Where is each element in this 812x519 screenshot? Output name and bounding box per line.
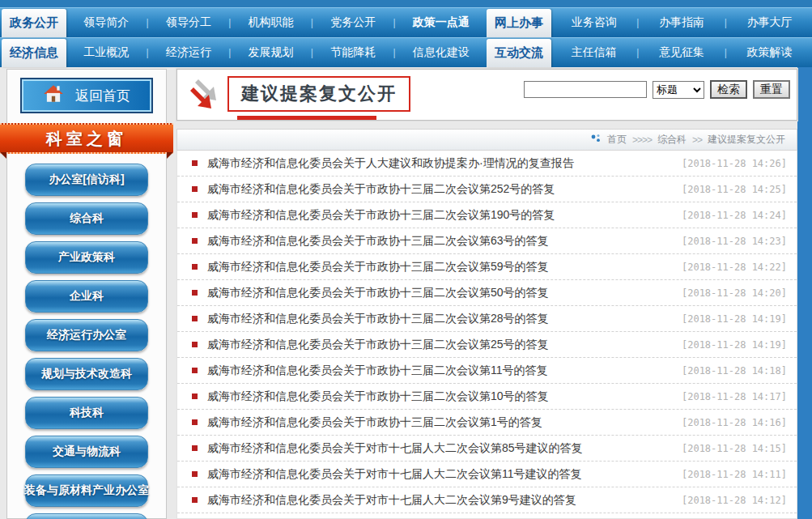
- nav-section-tab[interactable]: 经济信息: [2, 39, 66, 67]
- article-title-link[interactable]: 威海市经济和信息化委员会关于市政协十三届二次会议第190号的答复: [207, 208, 682, 223]
- bullet-icon: [192, 394, 198, 399]
- article-date: [2018-11-28 14:20]: [682, 287, 787, 299]
- nav-menu-item[interactable]: 发展规划: [249, 45, 294, 60]
- bullet-icon: [192, 290, 198, 296]
- bullet-icon: [192, 264, 198, 270]
- sidebar-section-title: 科室之窗: [46, 128, 127, 150]
- article-date: [2018-11-28 14:19]: [682, 313, 787, 325]
- nav-menu-item[interactable]: 节能降耗: [330, 45, 376, 60]
- article-date: [2018-11-28 14:25]: [682, 184, 787, 195]
- nav-menu-item[interactable]: 党务公开: [330, 15, 376, 30]
- nav-menu-item[interactable]: 主任信箱: [572, 45, 617, 60]
- article-date: [2018-11-28 14:26]: [682, 158, 787, 169]
- article-row: 威海市经济和信息化委员会关于市政协十三届二次会议第50号的答复[2018-11-…: [177, 280, 797, 306]
- breadcrumb-item[interactable]: 综合科: [657, 133, 687, 147]
- home-button[interactable]: 返回首页: [20, 78, 153, 113]
- article-date: [2018-11-28 14:19]: [682, 339, 787, 351]
- nav-menu-item[interactable]: 领导简介: [83, 15, 129, 30]
- nav-section-tab[interactable]: 政务公开: [2, 9, 66, 37]
- sidebar-item[interactable]: 规划与技术改造科: [25, 358, 148, 390]
- search-bar: 标题 检索 重置: [524, 80, 790, 99]
- nav-menu-item[interactable]: 政策一点通: [413, 15, 470, 30]
- article-title-link[interactable]: 威海市经济和信息化委员会关于人大建议和政协提案办·理情况的复查报告: [207, 156, 682, 171]
- nav-menu-item[interactable]: 政策解读: [746, 45, 792, 60]
- article-row: 威海市经济和信息化委员会关于市政协十三届二次会议第190号的答复[2018-11…: [177, 202, 797, 228]
- article-title-link[interactable]: 威海市经济和信息化委员会关于对市十七届人大二次会议第85号建议的答复: [207, 441, 682, 456]
- article-date: [2018-11-28 14:15]: [682, 443, 787, 454]
- sidebar-button-list: 办公室[信访科]综合科产业政策科企业科经济运行办公室规划与技术改造科科技科交通与…: [7, 164, 166, 519]
- menu-separator: |: [311, 47, 313, 58]
- content-header: 建议提案复文公开 标题 检索 重置: [176, 69, 797, 121]
- header-gap: [176, 121, 797, 129]
- sidebar-section-ribbon: 科室之窗: [0, 123, 173, 154]
- nav-menu-item[interactable]: 办事指南: [659, 15, 704, 30]
- bullet-icon: [192, 316, 198, 321]
- sidebar-item[interactable]: 经济运行办公室: [25, 319, 148, 351]
- article-row: 威海市经济和信息化委员会关于市政协十三届二次会议第63号的答复[2018-11-…: [177, 228, 797, 254]
- article-title-link[interactable]: 威海市经济和信息化委员会关于市政协十三届二次会议第59号的答复: [207, 260, 682, 274]
- article-date: [2018-11-28 14:16]: [682, 417, 787, 428]
- nav-menu-item[interactable]: 信息化建设: [413, 45, 470, 60]
- nav-row: 政务公开领导简介|领导分工|机构职能|党务公开|政策一点通网上办事业务咨询|办事…: [0, 7, 812, 37]
- article-title-link[interactable]: 威海市经济和信息化委员会关于市政协十三届二次会议第1号的答复: [207, 415, 682, 430]
- article-title-link[interactable]: 威海市经济和信息化委员会关于市政协十三届二次会议第11号的答复: [207, 364, 682, 378]
- bullet-icon: [192, 160, 198, 166]
- article-title-link[interactable]: 威海市经济和信息化委员会关于市政协十三届二次会议第63号的答复: [207, 234, 682, 249]
- sidebar-item[interactable]: 办公室[信访科]: [25, 164, 148, 196]
- menu-separator: |: [311, 17, 313, 28]
- top-nav: 政务公开领导简介|领导分工|机构职能|党务公开|政策一点通网上办事业务咨询|办事…: [0, 0, 812, 67]
- breadcrumb-item[interactable]: 首页: [607, 133, 627, 147]
- nav-menu-item[interactable]: 领导分工: [166, 15, 211, 30]
- nav-menu-item[interactable]: 意见征集: [659, 45, 704, 60]
- breadcrumb: 首页>>>>综合科>>建议提案复文公开: [176, 129, 797, 151]
- article-title-link[interactable]: 威海市经济和信息化委员会关于市政协十三届二次会议第28号的答复: [207, 312, 682, 326]
- article-title-link[interactable]: 威海市经济和信息化委员会关于市政协十三届二次会议第10号的答复: [207, 389, 682, 404]
- menu-separator: |: [228, 17, 231, 28]
- breadcrumb-separator: >>: [692, 134, 702, 146]
- title-underline: [237, 116, 376, 120]
- sidebar-item[interactable]: 科技科: [25, 397, 148, 429]
- article-row: 威海市经济和信息化委员会关于市政协十三届二次会议第28号的答复[2018-11-…: [177, 306, 797, 332]
- article-title-link[interactable]: 威海市经济和信息化委员会关于市政协十三届二次会议第50号的答复: [207, 286, 682, 300]
- nav-menu-item[interactable]: 业务咨询: [572, 15, 617, 30]
- bullet-icon: [192, 471, 198, 477]
- article-title-link[interactable]: 威海市经济和信息化委员会关于对市十七届人大二次会议第11号建议的答复: [207, 467, 682, 482]
- nav-mid-tab[interactable]: 网上办事: [487, 9, 551, 37]
- nav-menu-item[interactable]: 工业概况: [83, 45, 129, 60]
- bullet-icon: [192, 238, 198, 244]
- article-row: 威海市经济和信息化委员会关于对市十七届人大二次会议第9号建议的答复[2018-1…: [177, 487, 797, 513]
- sidebar-item[interactable]: 产业政策科: [25, 241, 148, 274]
- article-date: [2018-11-28 14:18]: [682, 365, 787, 376]
- bullet-icon: [192, 186, 198, 192]
- article-date: [2018-11-28 14:12]: [682, 495, 787, 506]
- nav-menu-item[interactable]: 机构职能: [249, 15, 294, 30]
- article-row: 威海市经济和信息化委员会关于对市十七届人大二次会议第11号建议的答复[2018-…: [177, 462, 797, 487]
- article-title-link[interactable]: 威海市经济和信息化委员会关于市政协十三届二次会议第252号的答复: [207, 182, 682, 197]
- article-row: 威海市经济和信息化委员会关于人大建议和政协提案办·理情况的复查报告[2018-1…: [177, 151, 797, 177]
- bullet-icon: [192, 368, 198, 373]
- menu-separator: |: [393, 47, 395, 58]
- search-input[interactable]: [524, 81, 647, 98]
- article-row: 威海市经济和信息化委员会关于市政协十三届二次会议第1号的答复[2018-11-2…: [177, 410, 797, 436]
- nav-menu-left: 工业概况|经济运行|发展规划|节能降耗|信息化建设: [66, 38, 487, 67]
- breadcrumb-separator: >>>>: [632, 134, 652, 146]
- search-field-select[interactable]: 标题: [653, 81, 704, 99]
- breadcrumb-dots-icon: [590, 134, 602, 147]
- menu-separator: |: [725, 17, 727, 28]
- nav-mid-tab[interactable]: 互动交流: [487, 39, 551, 67]
- right-page-stripe: [797, 67, 812, 519]
- article-title-link[interactable]: 威海市经济和信息化委员会关于对市十七届人大二次会议第9号建议的答复: [207, 493, 682, 508]
- article-date: [2018-11-28 14:23]: [682, 236, 787, 247]
- sidebar-item-partial[interactable]: [25, 513, 148, 519]
- search-button[interactable]: 检索: [710, 80, 747, 99]
- sidebar-item[interactable]: 企业科: [25, 280, 148, 313]
- reset-button[interactable]: 重置: [753, 80, 790, 99]
- nav-menu-item[interactable]: 办事大厅: [746, 15, 792, 30]
- nav-menu-item[interactable]: 经济运行: [166, 45, 211, 60]
- sidebar-item[interactable]: 装备与原材料产业办公室: [25, 474, 148, 507]
- sidebar-item[interactable]: 交通与物流科: [25, 436, 148, 468]
- nav-menu-right: 业务咨询|办事指南|办事大厅: [551, 8, 812, 37]
- article-title-link[interactable]: 威海市经济和信息化委员会关于市政协十三届二次会议第25号的答复: [207, 338, 682, 352]
- article-date: [2018-11-28 14:24]: [682, 210, 787, 221]
- sidebar-item[interactable]: 综合科: [25, 202, 148, 235]
